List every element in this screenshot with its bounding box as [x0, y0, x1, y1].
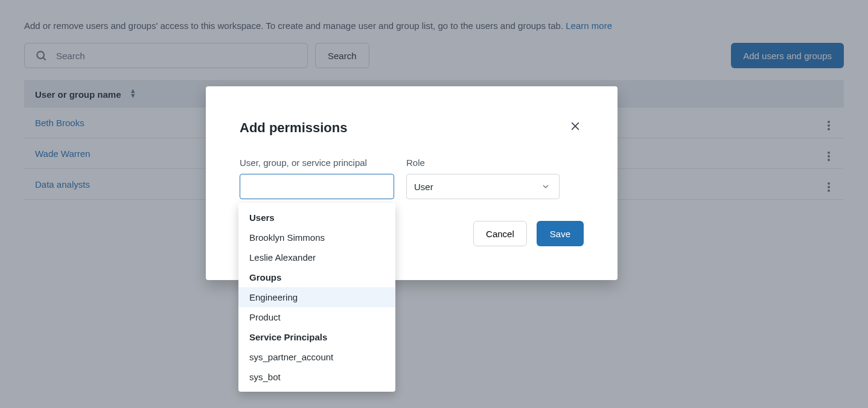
save-button[interactable]: Save	[537, 221, 584, 246]
close-icon[interactable]	[569, 120, 584, 135]
dropdown-scroll[interactable]: Users Brooklyn Simmons Leslie Alexander …	[238, 203, 395, 392]
entity-field: User, group, or service principal	[240, 158, 394, 199]
dropdown-item[interactable]: sys_bot	[238, 367, 395, 387]
dropdown-item[interactable]: Brooklyn Simmons	[238, 228, 395, 247]
entity-input[interactable]	[240, 174, 394, 199]
role-field: Role User	[406, 158, 560, 199]
role-select[interactable]: User	[406, 174, 560, 199]
role-label: Role	[406, 158, 560, 168]
dropdown-item[interactable]: Engineering	[238, 287, 395, 307]
entity-dropdown: Users Brooklyn Simmons Leslie Alexander …	[238, 203, 395, 392]
cancel-button[interactable]: Cancel	[473, 221, 527, 246]
dropdown-section-header: Groups	[238, 267, 395, 287]
modal-title: Add permissions	[240, 120, 584, 136]
dropdown-section-header: Users	[238, 208, 395, 228]
dropdown-item[interactable]: sys_partner_account	[238, 347, 395, 367]
entity-label: User, group, or service principal	[240, 158, 394, 168]
modal-fields-row: User, group, or service principal Role U…	[240, 158, 584, 199]
dropdown-section-header: Service Principals	[238, 327, 395, 347]
role-value: User	[414, 182, 433, 192]
chevron-down-icon	[541, 182, 550, 191]
dropdown-item[interactable]: Leslie Alexander	[238, 247, 395, 267]
dropdown-item[interactable]: Product	[238, 307, 395, 327]
